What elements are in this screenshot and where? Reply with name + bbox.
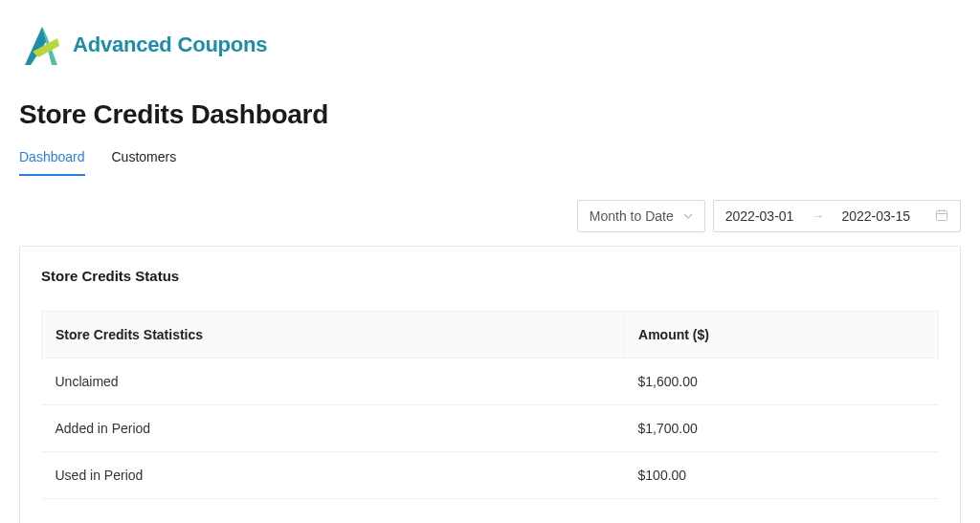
date-to: 2022-03-15 bbox=[841, 208, 910, 224]
range-preset-value: Month to Date bbox=[590, 208, 674, 224]
brand-logo-icon bbox=[19, 23, 63, 67]
brand-logo-row: Advanced Coupons bbox=[19, 23, 961, 67]
filter-row: Month to Date 2022-03-01 → 2022-03-15 bbox=[19, 200, 961, 232]
range-preset-select[interactable]: Month to Date bbox=[577, 200, 705, 232]
calendar-icon bbox=[935, 208, 948, 225]
brand-name: Advanced Coupons bbox=[73, 33, 267, 57]
row-label: Added in Period bbox=[42, 405, 625, 452]
arrow-right-icon: → bbox=[811, 208, 824, 224]
table-row: Added in Period $1,700.00 bbox=[42, 405, 939, 452]
store-credits-status-card: Store Credits Status Store Credits Stati… bbox=[19, 246, 961, 523]
row-label: Used in Period bbox=[42, 452, 625, 499]
tabs-nav: Dashboard Customers bbox=[19, 143, 961, 177]
row-amount: $1,700.00 bbox=[625, 405, 939, 452]
tab-customers[interactable]: Customers bbox=[112, 143, 177, 176]
row-amount: $1,600.00 bbox=[625, 359, 939, 405]
card-title: Store Credits Status bbox=[41, 268, 939, 284]
row-label: Unclaimed bbox=[42, 359, 625, 405]
row-amount: $100.00 bbox=[625, 452, 939, 499]
table-header-row: Store Credits Statistics Amount ($) bbox=[42, 312, 939, 359]
table-row: Used in Period $100.00 bbox=[42, 452, 939, 499]
date-from: 2022-03-01 bbox=[725, 208, 794, 224]
header-amount: Amount ($) bbox=[625, 312, 939, 359]
page-title: Store Credits Dashboard bbox=[19, 99, 961, 130]
date-range-picker[interactable]: 2022-03-01 → 2022-03-15 bbox=[713, 200, 961, 232]
header-statistics: Store Credits Statistics bbox=[42, 312, 625, 359]
svg-rect-3 bbox=[937, 210, 947, 220]
table-row: Unclaimed $1,600.00 bbox=[42, 359, 939, 405]
tab-dashboard[interactable]: Dashboard bbox=[19, 143, 85, 176]
stats-table: Store Credits Statistics Amount ($) Uncl… bbox=[41, 311, 939, 499]
chevron-down-icon bbox=[683, 208, 693, 224]
